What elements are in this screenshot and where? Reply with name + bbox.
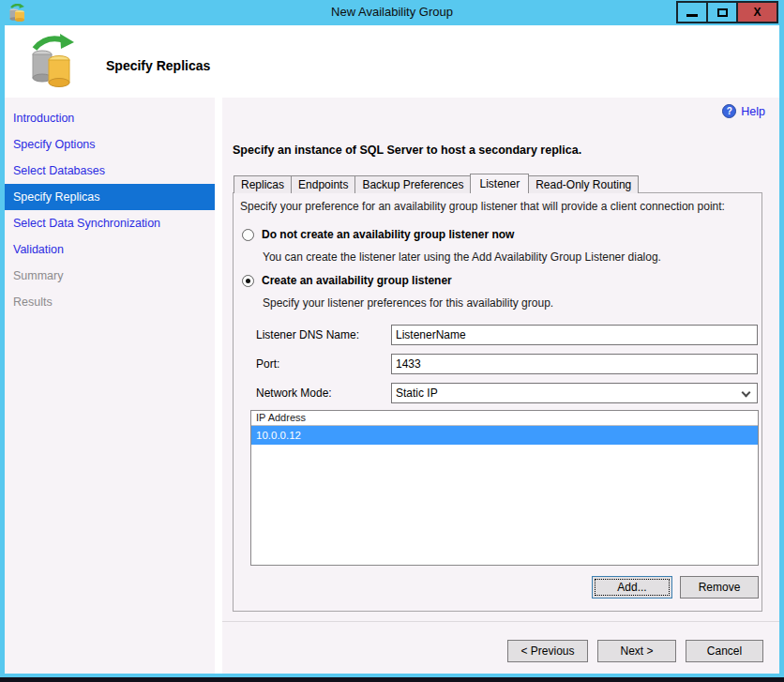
listener-preference-text: Specify your preference for an availabil… xyxy=(240,200,756,213)
radio-no-listener[interactable]: Do not create an availability group list… xyxy=(242,228,514,241)
add-button[interactable]: Add... xyxy=(592,576,672,599)
help-link[interactable]: ? Help xyxy=(722,104,765,118)
wizard-steps-sidebar: Introduction Specify Options Select Data… xyxy=(5,98,215,674)
close-button[interactable]: X xyxy=(736,1,778,23)
radio-no-listener-label: Do not create an availability group list… xyxy=(262,228,514,241)
network-mode-label: Network Mode: xyxy=(256,386,332,400)
sidebar-item-specify-options[interactable]: Specify Options xyxy=(5,131,215,158)
ip-address-row[interactable]: 10.0.0.12 xyxy=(251,426,758,445)
dns-name-input[interactable] xyxy=(391,325,758,345)
chevron-down-icon xyxy=(742,388,751,398)
panel-instruction: Specify an instance of SQL Server to hos… xyxy=(233,144,581,157)
previous-button[interactable]: < Previous xyxy=(507,640,588,662)
radio-create-listener-label: Create an availability group listener xyxy=(262,274,452,287)
radio-checked-icon[interactable] xyxy=(242,275,254,287)
sidebar-item-select-data-synchronization[interactable]: Select Data Synchronization xyxy=(5,210,215,236)
radio-unchecked-icon[interactable] xyxy=(242,229,254,241)
tab-listener[interactable]: Listener xyxy=(470,174,529,193)
cancel-button[interactable]: Cancel xyxy=(686,640,763,662)
window-bottom-edge xyxy=(0,677,784,682)
maximize-button[interactable] xyxy=(706,1,738,23)
radio-create-listener-description: Specify your listener preferences for th… xyxy=(263,296,553,310)
next-button[interactable]: Next > xyxy=(597,640,676,662)
tab-backup-preferences[interactable]: Backup Preferences xyxy=(354,175,471,193)
sidebar-item-summary: Summary xyxy=(5,263,215,289)
titlebar[interactable]: New Availability Group X xyxy=(0,0,784,25)
radio-create-listener[interactable]: Create an availability group listener xyxy=(242,274,452,287)
minimize-icon xyxy=(686,14,698,17)
listener-tab-page: Specify your preference for an availabil… xyxy=(233,192,762,612)
maximize-icon xyxy=(717,8,728,17)
footer-divider xyxy=(222,621,779,622)
radio-no-listener-description: You can create the listener later using … xyxy=(263,250,661,264)
wizard-header: Specify Replicas xyxy=(5,25,779,98)
new-availability-group-window: New Availability Group X Specify Replica… xyxy=(0,0,784,682)
tab-read-only-routing[interactable]: Read-Only Routing xyxy=(528,175,639,193)
port-label: Port: xyxy=(256,357,279,371)
sidebar-item-validation[interactable]: Validation xyxy=(5,236,215,263)
tab-replicas[interactable]: Replicas xyxy=(234,175,292,193)
replica-tabs: Replicas Endpoints Backup Preferences Li… xyxy=(234,174,638,193)
port-input[interactable] xyxy=(391,354,758,374)
replicas-database-icon xyxy=(27,34,80,88)
main-panel: ? Help Specify an instance of SQL Server… xyxy=(222,98,779,674)
tab-endpoints[interactable]: Endpoints xyxy=(291,175,355,193)
ip-address-list[interactable]: IP Address 10.0.0.12 xyxy=(250,410,759,566)
remove-button[interactable]: Remove xyxy=(680,576,759,599)
sidebar-item-introduction[interactable]: Introduction xyxy=(5,105,215,131)
sidebar-item-specify-replicas[interactable]: Specify Replicas xyxy=(5,184,215,210)
sidebar-item-results: Results xyxy=(5,289,215,315)
page-title: Specify Replicas xyxy=(106,58,210,73)
network-mode-value: Static IP xyxy=(396,386,438,400)
minimize-button[interactable] xyxy=(676,1,708,23)
sidebar-item-select-databases[interactable]: Select Databases xyxy=(5,158,215,184)
help-label: Help xyxy=(741,105,765,118)
help-icon: ? xyxy=(722,104,736,118)
sidebar-panel-divider xyxy=(215,98,222,674)
window-controls: X xyxy=(678,1,778,23)
network-mode-dropdown[interactable]: Static IP xyxy=(391,383,758,403)
dns-name-label: Listener DNS Name: xyxy=(256,328,359,341)
ip-address-column-header: IP Address xyxy=(251,411,758,426)
close-icon: X xyxy=(753,7,761,18)
window-title: New Availability Group xyxy=(0,5,784,19)
